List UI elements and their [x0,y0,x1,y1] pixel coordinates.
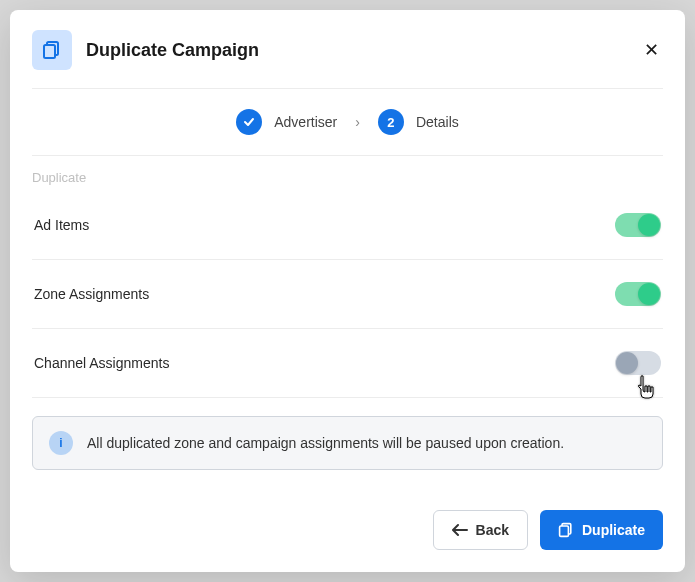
option-label: Channel Assignments [34,355,169,371]
duplicate-button-label: Duplicate [582,522,645,538]
stepper: Advertiser › 2 Details [10,89,685,155]
option-label: Zone Assignments [34,286,149,302]
option-row-channel-assignments: Channel Assignments [32,329,663,398]
step-label: Details [416,114,459,130]
option-row-ad-items: Ad Items [32,191,663,260]
section-label: Duplicate [10,156,685,191]
info-banner: i All duplicated zone and campaign assig… [32,416,663,470]
toggle-knob [616,352,638,374]
svg-rect-1 [44,45,55,58]
step-done-icon [236,109,262,135]
step-label: Advertiser [274,114,337,130]
modal-header: Duplicate Campaign ✕ [10,10,685,88]
modal-title: Duplicate Campaign [86,40,639,61]
stepper-step-advertiser[interactable]: Advertiser [236,109,337,135]
info-icon: i [49,431,73,455]
step-number-badge: 2 [378,109,404,135]
modal-footer: Back Duplicate [10,492,685,572]
copy-icon [42,40,62,60]
chevron-right-icon: › [355,114,360,130]
close-button[interactable]: ✕ [639,38,663,62]
toggle-knob [638,283,660,305]
close-icon: ✕ [644,39,659,61]
duplicate-campaign-modal: Duplicate Campaign ✕ Advertiser › 2 Deta… [10,10,685,572]
info-text: All duplicated zone and campaign assignm… [87,435,564,451]
copy-icon [558,522,574,538]
check-icon [243,116,255,128]
toggle-knob [638,214,660,236]
svg-rect-3 [560,526,569,536]
option-label: Ad Items [34,217,89,233]
back-button-label: Back [476,522,509,538]
toggle-zone-assignments[interactable] [615,282,661,306]
toggle-ad-items[interactable] [615,213,661,237]
back-button[interactable]: Back [433,510,528,550]
duplicate-button[interactable]: Duplicate [540,510,663,550]
option-row-zone-assignments: Zone Assignments [32,260,663,329]
toggle-channel-assignments[interactable] [615,351,661,375]
duplicate-header-icon [32,30,72,70]
arrow-left-icon [452,523,468,537]
stepper-step-details[interactable]: 2 Details [378,109,459,135]
